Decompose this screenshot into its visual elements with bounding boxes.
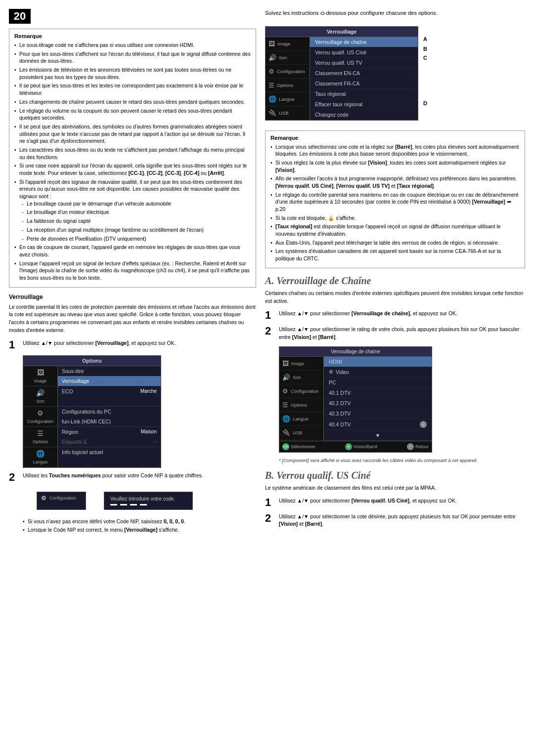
region-value: Maison bbox=[141, 429, 157, 434]
remark-item-1: Le sous-titrage codé ne s'affichera pas … bbox=[14, 42, 251, 49]
menu-row-image: 🖼 Image Sous-titre Verrouillage bbox=[23, 366, 161, 386]
ok-button-icon: OK bbox=[282, 443, 289, 450]
chain-icon-langue: 🌐 Langue bbox=[279, 412, 323, 426]
pin-bullet-1: Si vous n'avez pas encore défini votre C… bbox=[23, 518, 256, 525]
label-A: A bbox=[423, 36, 427, 42]
chain-icon-son: 🔊 Son bbox=[279, 371, 323, 384]
remark-item-8: Les caractères des sous-titres ou du tex… bbox=[14, 146, 251, 161]
right-remark-title: Remarque bbox=[270, 135, 520, 141]
remark-item-10: Si l'appareil reçoit des signaux de mauv… bbox=[14, 178, 251, 243]
verr-item-0[interactable]: Verrouillage de chaîne bbox=[310, 37, 418, 47]
chain-item-40-4[interactable]: 40.4 DTV i bbox=[324, 419, 432, 430]
menu-icon-son: 🔊 Son bbox=[23, 386, 58, 406]
menu-item-etiquette[interactable]: Etiquette E -- bbox=[58, 437, 161, 447]
right-remark-7: Aux États-Unis, l'appareil peut téléchar… bbox=[270, 239, 520, 247]
verr-usb-label: USB bbox=[279, 110, 289, 116]
remark-item-12: Lorsque l'appareil reçoit un signal de l… bbox=[14, 260, 251, 282]
instruction-text: Suivez les instructions ci-dessous pour … bbox=[265, 9, 525, 17]
config-mini-row: ⚙ Configuration bbox=[41, 495, 82, 502]
verr-icon-options: ☰ Options bbox=[266, 79, 310, 92]
pin-dot-3 bbox=[130, 504, 137, 505]
config-mini-menu: ⚙ Configuration bbox=[37, 492, 86, 510]
menu-item-eco[interactable]: ECO Marche bbox=[58, 386, 161, 396]
remark-item-9: Si une case noire apparaît sur l'écran d… bbox=[14, 162, 251, 176]
chain-item-hdmi[interactable]: HDMI bbox=[324, 357, 432, 367]
right-remark-8: Les systèmes d'évaluation canadiens de c… bbox=[270, 248, 520, 262]
chain-menu-header: Verrouillage de chaîne bbox=[279, 347, 432, 357]
options-menu: Options 🖼 Image Sous-titre Verrouillage … bbox=[23, 355, 161, 468]
options-icon: ☰ bbox=[37, 429, 44, 437]
chain-item-40-3[interactable]: 40.3 DTV bbox=[324, 409, 432, 419]
chain-config-icon: ⚙ bbox=[282, 387, 288, 395]
section-b-step-2: 2 Utilisez ▲/▼ pour sélectionner la cote… bbox=[265, 513, 525, 529]
langue-label: Langue bbox=[33, 460, 47, 464]
verr-son-label: Son bbox=[279, 55, 287, 60]
right-remark-1: Lorsque vous sélectionnez une cote et la… bbox=[270, 143, 520, 158]
page-container: 20 Remarque Le sous-titrage codé ne s'af… bbox=[0, 0, 534, 756]
step-1-text: Utilisez ▲/▼ pour sélectionner [Verrouil… bbox=[23, 339, 256, 347]
label-D: D bbox=[423, 100, 427, 106]
verr-item-2[interactable]: Verrou qualif. US TV bbox=[310, 58, 418, 68]
right-remark-6: [Taux régional] est disponible lorsque l… bbox=[270, 223, 520, 237]
section-a-step-1: 1 Utilisez ▲/▼ pour sélectionner [Verrou… bbox=[265, 310, 525, 321]
chain-icon-config: ⚙ Configuration bbox=[279, 384, 323, 398]
verr-item-5[interactable]: Taux régional bbox=[310, 89, 418, 99]
verr-config-icon: ⚙ bbox=[268, 68, 274, 75]
sub-item-2: Le brouillage d'un moteur électrique bbox=[22, 209, 251, 216]
sub-item-4: La réception d'un signal multiplex (imag… bbox=[22, 226, 251, 234]
remark-item-7: Il se peut que des abréviations, des sym… bbox=[14, 123, 251, 145]
right-remark-box: Remarque Lorsque vous sélectionnez une c… bbox=[265, 130, 525, 268]
footer-vision: ● Vision/Barré bbox=[345, 443, 378, 450]
section-a-step-2: 2 Utilisez ▲/▼ pour sélectionner le rati… bbox=[265, 326, 525, 341]
pin-dot-2 bbox=[120, 504, 127, 505]
menu-item-soustitre[interactable]: Sous-titre bbox=[58, 366, 161, 376]
pin-dots bbox=[110, 504, 147, 505]
section-a-title: A. Verrouillage de Chaîne bbox=[265, 275, 371, 286]
etiquette-value: -- bbox=[153, 439, 157, 444]
sub-item-5: Perte de données et Pixellisation (DTV u… bbox=[22, 235, 251, 243]
section-b-step1-text: Utilisez ▲/▼ pour sélectionner [Verrou q… bbox=[279, 497, 525, 505]
menu-item-info[interactable]: Info logiciel actuel bbox=[58, 447, 161, 457]
section-a-step1-text: Utilisez ▲/▼ pour sélectionner [Verrouil… bbox=[279, 310, 525, 318]
menu-item-funlink[interactable]: fun-Link (HDMI CEC) bbox=[58, 417, 161, 426]
verr-son-icon: 🔊 bbox=[268, 54, 276, 61]
menu-item-configurations[interactable]: Configurations du PC bbox=[58, 407, 161, 417]
remark-item-2: Pour que les sous-titres s'affichent sur… bbox=[14, 50, 251, 65]
verr-item-4[interactable]: Classement FR-CA bbox=[310, 79, 418, 89]
verr-langue-label: Langue bbox=[279, 96, 295, 102]
verr-item-6[interactable]: Effacer taux régional bbox=[310, 99, 418, 110]
verr-menu-right: Verrouillage de chaîne Verrou qualif. US… bbox=[310, 37, 418, 120]
menu-item-verrouillage[interactable]: Verrouillage bbox=[58, 376, 161, 386]
chain-item-video[interactable]: ⚙Video bbox=[324, 367, 432, 378]
step-2-text: Utilisez les Touches numériques pour sai… bbox=[23, 472, 256, 480]
verr-config-label: Configuration bbox=[277, 69, 305, 74]
verr-item-3[interactable]: Classement EN-CA bbox=[310, 68, 418, 79]
chain-item-40-2[interactable]: 40.2 DTV bbox=[324, 398, 432, 409]
verr-item-1[interactable]: Verrou qualif. US Ciné bbox=[310, 47, 418, 58]
menu-item-region[interactable]: Région Maison bbox=[58, 427, 161, 437]
section-b-step-number-2: 2 bbox=[265, 513, 275, 524]
langue-icon: 🌐 bbox=[36, 450, 44, 458]
remark-item-4: Il se peut que les sous-titres et les te… bbox=[14, 82, 251, 96]
left-column: 20 Remarque Le sous-titrage codé ne s'af… bbox=[9, 9, 256, 747]
config-icon: ⚙ bbox=[37, 409, 44, 417]
right-remark-2: Si vous réglez la cote la plus élevée su… bbox=[270, 159, 520, 173]
chain-item-40-1[interactable]: 40.1 DTV bbox=[324, 388, 432, 398]
verr-icon-son: 🔊 Son bbox=[266, 51, 310, 65]
verr-menu-left: 🖼 Image 🔊 Son ⚙ Configuration ☰ bbox=[266, 37, 310, 120]
menu-items-eco: ECO Marche bbox=[58, 386, 161, 406]
verr-item-7[interactable]: Changez code bbox=[310, 110, 418, 120]
chain-icon-options: ☰ Options bbox=[279, 398, 323, 412]
chain-menu-right: HDMI ⚙Video PC 40.1 DTV 40.2 DTV 40.3 DT… bbox=[324, 357, 432, 441]
section-a-step2-text: Utilisez ▲/▼ pour sélectionner le rating… bbox=[279, 326, 525, 341]
section-a-heading: A. Verrouillage de Chaîne bbox=[265, 275, 525, 287]
chain-son-label: Son bbox=[293, 375, 301, 380]
verr-options-label: Options bbox=[277, 83, 293, 88]
footer-vision-label: Vision/Barré bbox=[354, 444, 378, 449]
chain-item-pc[interactable]: PC bbox=[324, 378, 432, 388]
menu-items-options: Région Maison Etiquette E -- bbox=[58, 427, 161, 447]
chain-usb-icon: 🔌 bbox=[282, 429, 290, 436]
sub-item-3: La faiblesse du signal capté bbox=[22, 217, 251, 225]
verr-image-icon: 🖼 bbox=[268, 40, 275, 47]
chain-item-arrow[interactable]: ▼ bbox=[324, 430, 432, 441]
